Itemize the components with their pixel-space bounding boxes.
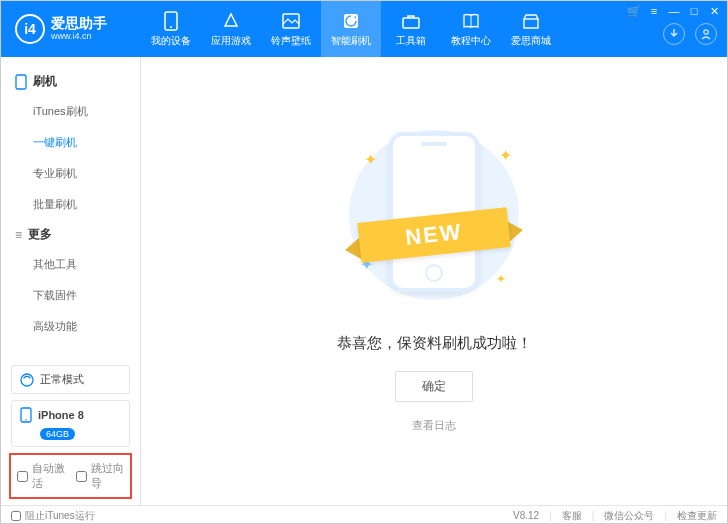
menu-icon[interactable]: ≡ (647, 5, 661, 17)
nav-tutorials[interactable]: 教程中心 (441, 1, 501, 57)
svg-rect-6 (524, 19, 538, 28)
cart-icon[interactable]: 🛒 (627, 5, 641, 17)
success-illustration: ✦ ✦ ✦ ✦ NEW (334, 120, 534, 310)
ribbon-label: NEW (357, 207, 510, 262)
nav-my-device[interactable]: 我的设备 (141, 1, 201, 57)
sidebar-item-advanced[interactable]: 高级功能 (1, 311, 140, 342)
sidebar-item-batch-flash[interactable]: 批量刷机 (1, 189, 140, 220)
toolbox-icon (401, 11, 421, 31)
sidebar: 刷机 iTunes刷机 一键刷机 专业刷机 批量刷机 ≡ 更多 其他工具 下载固… (1, 57, 141, 505)
book-icon (461, 11, 481, 31)
sidebar-group-more: ≡ 更多 (1, 220, 140, 249)
download-button[interactable] (663, 23, 685, 45)
logo-icon: i4 (15, 14, 45, 44)
store-icon (521, 11, 541, 31)
nav-apps[interactable]: 应用游戏 (201, 1, 261, 57)
sidebar-item-oneclick-flash[interactable]: 一键刷机 (1, 127, 140, 158)
sidebar-group-flash: 刷机 (1, 67, 140, 96)
minimize-button[interactable]: — (667, 5, 681, 17)
close-button[interactable]: ✕ (707, 5, 721, 17)
success-message: 恭喜您，保资料刷机成功啦！ (337, 334, 532, 353)
sparkle-icon: ✦ (499, 146, 512, 165)
svg-point-9 (21, 374, 33, 386)
support-link[interactable]: 客服 (562, 509, 582, 523)
svg-point-11 (25, 419, 27, 421)
skip-guide-checkbox[interactable]: 跳过向导 (76, 461, 125, 491)
sparkle-icon: ✦ (496, 272, 506, 286)
sidebar-item-itunes-flash[interactable]: iTunes刷机 (1, 96, 140, 127)
device-info[interactable]: iPhone 8 64GB (11, 400, 130, 447)
maximize-button[interactable]: □ (687, 5, 701, 17)
check-update-link[interactable]: 检查更新 (677, 509, 717, 523)
flash-options-highlight: 自动激活 跳过向导 (9, 453, 132, 499)
version-label: V8.12 (513, 510, 539, 521)
main-nav: 我的设备 应用游戏 铃声壁纸 智能刷机 工具箱 教程中心 爱思商城 (141, 1, 561, 57)
device-mode[interactable]: 正常模式 (11, 365, 130, 394)
nav-store[interactable]: 爱思商城 (501, 1, 561, 57)
status-bar: 阻止iTunes运行 V8.12 | 客服 | 微信公众号 | 检查更新 (1, 505, 727, 524)
logo-subtitle: www.i4.cn (51, 32, 107, 42)
svg-rect-8 (16, 75, 26, 89)
sidebar-item-download-firmware[interactable]: 下载固件 (1, 280, 140, 311)
app-header: i4 爱思助手 www.i4.cn 我的设备 应用游戏 铃声壁纸 智能刷机 工具… (1, 1, 727, 57)
apps-icon (221, 11, 241, 31)
mode-icon (20, 373, 34, 387)
main-content: ✦ ✦ ✦ ✦ NEW 恭喜您，保资料刷机成功啦！ 确定 查看日志 (141, 57, 727, 505)
flash-icon (341, 11, 361, 31)
storage-badge: 64GB (40, 428, 75, 440)
wallpaper-icon (281, 11, 301, 31)
window-controls: 🛒 ≡ — □ ✕ (627, 5, 721, 17)
svg-rect-4 (403, 18, 419, 28)
nav-ringtones[interactable]: 铃声壁纸 (261, 1, 321, 57)
svg-point-1 (170, 26, 172, 28)
sidebar-item-other-tools[interactable]: 其他工具 (1, 249, 140, 280)
user-button[interactable] (695, 23, 717, 45)
nav-flash[interactable]: 智能刷机 (321, 1, 381, 57)
phone-icon (161, 11, 181, 31)
sparkle-icon: ✦ (364, 150, 377, 169)
sidebar-item-pro-flash[interactable]: 专业刷机 (1, 158, 140, 189)
block-itunes-checkbox[interactable]: 阻止iTunes运行 (11, 509, 95, 523)
svg-point-7 (704, 30, 708, 34)
auto-activate-checkbox[interactable]: 自动激活 (17, 461, 66, 491)
logo-title: 爱思助手 (51, 16, 107, 31)
confirm-button[interactable]: 确定 (395, 371, 473, 402)
wechat-link[interactable]: 微信公众号 (604, 509, 654, 523)
device-icon (20, 407, 32, 423)
device-name: iPhone 8 (38, 409, 84, 421)
logo: i4 爱思助手 www.i4.cn (1, 14, 141, 44)
phone-small-icon (15, 74, 27, 90)
view-log-link[interactable]: 查看日志 (412, 418, 456, 433)
nav-toolbox[interactable]: 工具箱 (381, 1, 441, 57)
more-icon: ≡ (15, 228, 22, 242)
